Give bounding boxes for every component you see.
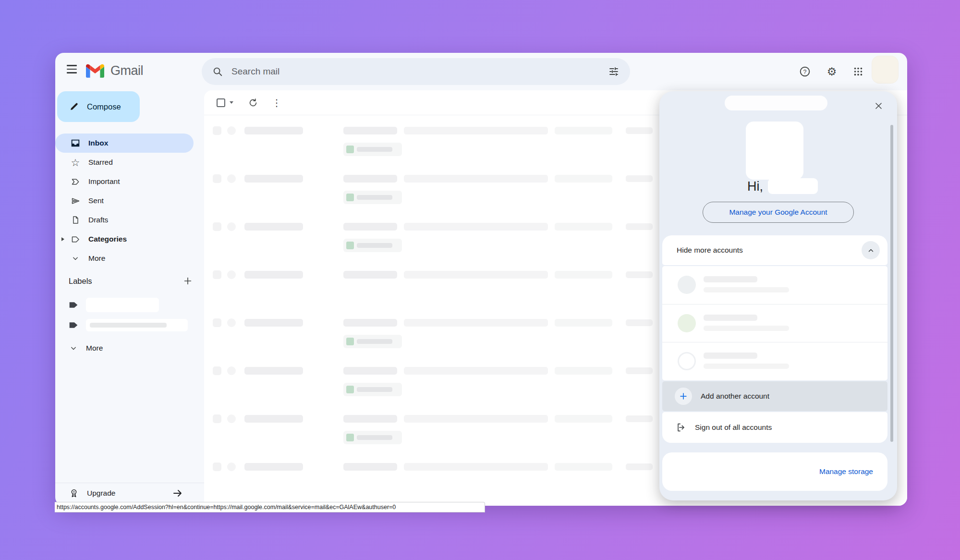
svg-text:?: ? [803,69,807,75]
manage-storage-link[interactable]: Manage storage [819,467,873,476]
labels-section-header: Labels [55,271,199,291]
account-item-redacted[interactable] [662,304,887,342]
sender-ghost [244,367,303,375]
header: Gmail Search mail ? ⚙ [55,53,907,90]
panel-scrollbar[interactable] [890,125,893,442]
checkbox-ghost [213,318,221,327]
snippet-ghost [555,463,612,471]
medal-icon [69,488,79,499]
redacted-account-email [704,364,789,369]
label-item-redacted[interactable] [55,295,199,315]
hide-more-accounts-row[interactable]: Hide more accounts [662,235,887,265]
settings-gear-icon[interactable]: ⚙ [824,64,839,79]
checkbox-ghost [213,222,221,231]
redacted-account-email [704,326,789,331]
add-another-account-row[interactable]: Add another account [662,381,887,411]
star-ghost [227,463,236,471]
gmail-logo[interactable]: Gmail [86,63,143,78]
account-panel: Hi, Manage your Google Account Hide more… [659,91,897,500]
sidebar-item-inbox[interactable]: Inbox [55,134,194,153]
search-options-icon[interactable] [608,66,620,77]
star-ghost [227,270,236,279]
star-ghost [227,366,236,375]
attachment-chip-ghost [343,335,402,348]
label-item-redacted[interactable] [55,316,199,335]
sidebar-item-categories[interactable]: Categories [55,230,194,249]
more-options-icon[interactable]: ⋮ [272,98,281,108]
snippet-ghost [404,271,548,279]
snippet-ghost [555,127,612,134]
subject-ghost [343,175,397,183]
date-ghost [626,223,653,230]
refresh-icon[interactable] [248,97,258,108]
sender-ghost [244,175,303,183]
gmail-window: Gmail Search mail ? ⚙ [55,53,907,506]
snippet-ghost [555,415,612,423]
sidebar-item-label: Starred [88,158,113,167]
sidebar-item-important[interactable]: Important [55,172,194,191]
sidebar-item-more[interactable]: More [55,249,194,268]
snippet-ghost [555,367,612,375]
redacted-account-email [704,287,789,292]
sidebar-item-sent[interactable]: Sent [55,191,194,210]
snippet-ghost [555,271,612,279]
account-item-redacted[interactable] [662,342,887,380]
chevron-up-icon[interactable] [862,241,880,259]
subject-ghost [343,127,397,134]
avatar [678,276,696,294]
snippet-ghost [404,319,548,327]
draft-icon [70,214,81,226]
search-input[interactable]: Search mail [231,66,608,77]
expand-triangle-icon[interactable] [61,237,64,241]
add-another-account-label: Add another account [701,392,769,401]
star-ghost [227,222,236,231]
main-menu-icon[interactable] [60,58,83,81]
checkbox-ghost [213,174,221,183]
sidebar-item-drafts[interactable]: Drafts [55,210,194,230]
close-icon[interactable] [871,98,886,113]
help-icon[interactable]: ? [797,64,813,79]
pencil-icon [69,101,79,112]
select-dropdown-caret-icon[interactable] [230,101,233,104]
redacted-account-name [704,315,757,321]
sidebar-item-label: Inbox [88,139,108,147]
chevron-down-icon [70,253,81,264]
important-icon [70,176,81,187]
search-icon[interactable] [212,66,223,77]
arrow-right-icon [172,487,183,499]
redacted-account-name [704,353,757,359]
redacted-account-name [768,178,818,194]
sign-out-icon [676,422,686,433]
redacted-label-name [86,298,159,312]
subject-ghost [343,415,397,423]
date-ghost [626,319,653,326]
snippet-ghost [555,319,612,327]
sender-ghost [244,127,303,134]
profile-avatar[interactable] [872,56,899,84]
star-ghost [227,174,236,183]
send-icon [70,195,81,207]
sidebar-item-label: Important [88,177,120,186]
search-bar[interactable]: Search mail [202,58,630,85]
storage-card: Manage storage [662,452,887,491]
select-all-checkbox[interactable] [217,98,225,107]
date-ghost [626,463,653,470]
attachment-chip-ghost [343,383,402,396]
snippet-ghost [555,175,612,183]
create-label-plus-icon[interactable] [179,272,196,290]
google-apps-icon[interactable] [851,64,866,79]
manage-google-account-button[interactable]: Manage your Google Account [703,202,854,223]
redacted-account-avatar[interactable] [746,122,803,180]
greeting-text: Hi, [747,179,763,194]
sign-out-row[interactable]: Sign out of all accounts [662,412,887,443]
sidebar-item-starred[interactable]: ☆ Starred [55,153,194,172]
labels-heading: Labels [69,277,179,286]
labels-more[interactable]: More [55,339,199,358]
star-ghost [227,414,236,423]
account-item-redacted[interactable] [662,266,887,304]
label-tag-icon [69,301,78,309]
redacted-account-name [704,276,757,282]
upgrade-button[interactable]: Upgrade [55,483,204,503]
compose-button[interactable]: Compose [57,91,140,122]
hide-more-accounts-label: Hide more accounts [677,246,862,255]
